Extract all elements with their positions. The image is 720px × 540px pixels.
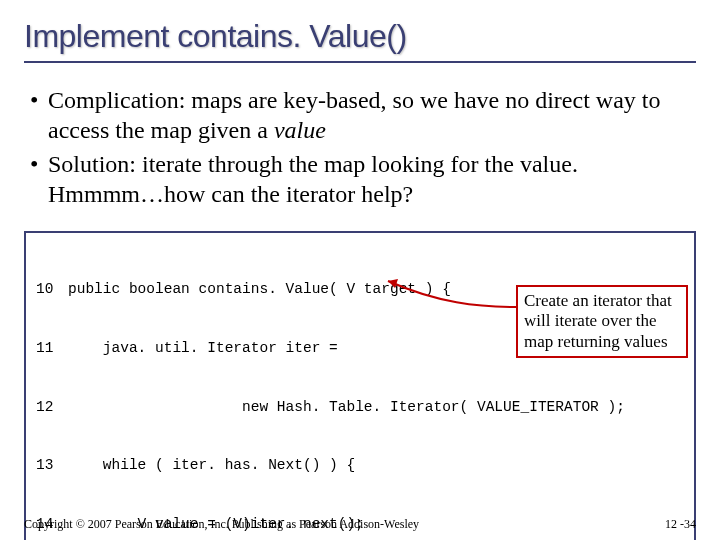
code-line: 12 new Hash. Table. Iterator( VALUE_ITER…	[36, 398, 684, 418]
slide-title: Implement contains. Value()	[24, 18, 696, 63]
bullet-text: Complication: maps are key-based, so we …	[48, 87, 660, 143]
copyright-text: Copyright © 2007 Pearson Education, Inc.…	[24, 517, 419, 532]
page-number: 12 -34	[665, 517, 696, 532]
code-text: while ( iter. has. Next() ) {	[68, 456, 684, 476]
line-number: 13	[36, 456, 68, 476]
slide-footer: Copyright © 2007 Pearson Education, Inc.…	[24, 517, 696, 532]
line-number: 11	[36, 339, 68, 359]
bullet-text: Solution: iterate through the map lookin…	[48, 151, 578, 207]
annotation-callout: Create an iterator that will iterate ove…	[516, 285, 688, 358]
line-number: 10	[36, 280, 68, 300]
bullet-item: Complication: maps are key-based, so we …	[30, 85, 696, 145]
code-line: 13 while ( iter. has. Next() ) {	[36, 456, 684, 476]
code-block: 10public boolean contains. Value( V targ…	[24, 231, 696, 540]
code-text: new Hash. Table. Iterator( VALUE_ITERATO…	[68, 398, 684, 418]
slide: Implement contains. Value() Complication…	[0, 0, 720, 540]
line-number: 12	[36, 398, 68, 418]
bullet-em: value	[274, 117, 326, 143]
bullet-item: Solution: iterate through the map lookin…	[30, 149, 696, 209]
bullet-list: Complication: maps are key-based, so we …	[24, 85, 696, 209]
